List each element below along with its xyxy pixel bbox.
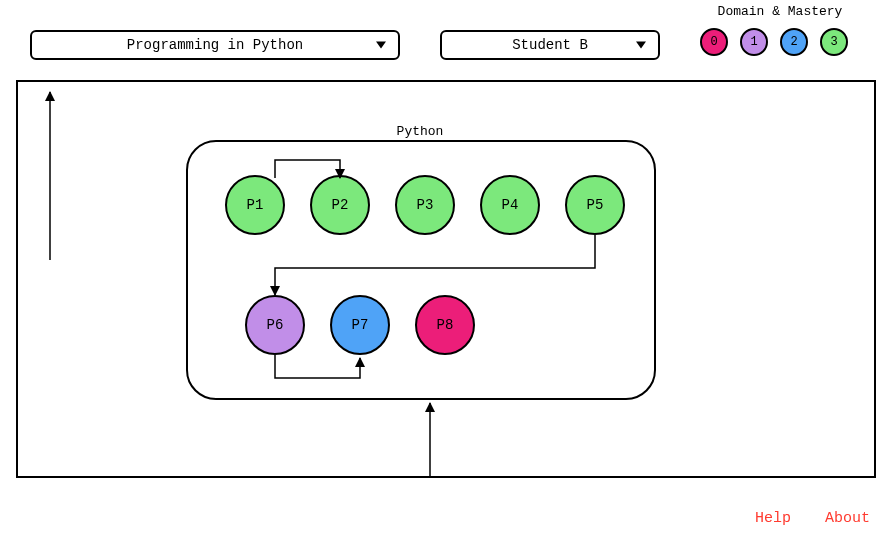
legend-level-1: 1 <box>740 28 768 56</box>
node-p8[interactable]: P8 <box>415 295 475 355</box>
node-p2[interactable]: P2 <box>310 175 370 235</box>
student-dropdown[interactable]: Student B <box>440 30 660 60</box>
course-dropdown-label: Programming in Python <box>32 37 398 53</box>
node-p6[interactable]: P6 <box>245 295 305 355</box>
legend-level-0: 0 <box>700 28 728 56</box>
chevron-down-icon <box>636 42 646 49</box>
group-python-label: Python <box>380 124 460 139</box>
node-p4[interactable]: P4 <box>480 175 540 235</box>
node-p1[interactable]: P1 <box>225 175 285 235</box>
legend: Domain & Mastery <box>700 4 860 19</box>
node-p3[interactable]: P3 <box>395 175 455 235</box>
help-link[interactable]: Help <box>755 510 791 527</box>
legend-title: Domain & Mastery <box>700 4 860 19</box>
legend-row: 0 1 2 3 <box>700 28 848 56</box>
about-link[interactable]: About <box>825 510 870 527</box>
node-p7[interactable]: P7 <box>330 295 390 355</box>
student-dropdown-label: Student B <box>442 37 658 53</box>
legend-level-3: 3 <box>820 28 848 56</box>
chevron-down-icon <box>376 42 386 49</box>
course-dropdown[interactable]: Programming in Python <box>30 30 400 60</box>
node-p5[interactable]: P5 <box>565 175 625 235</box>
legend-level-2: 2 <box>780 28 808 56</box>
